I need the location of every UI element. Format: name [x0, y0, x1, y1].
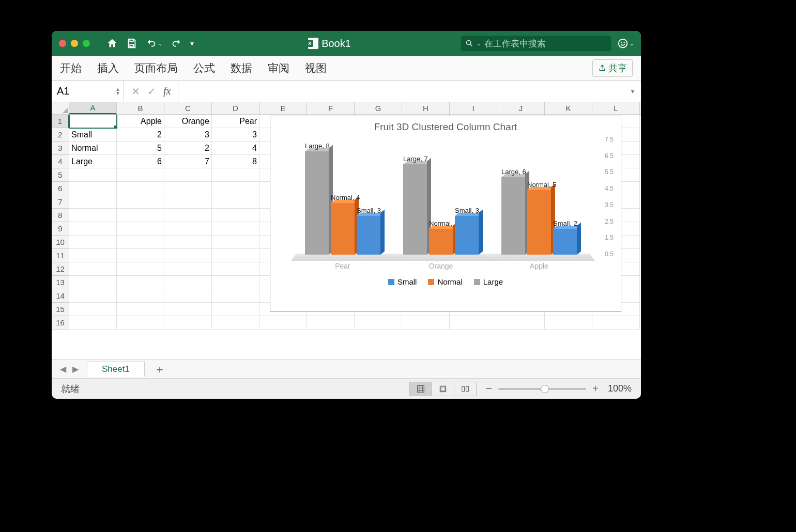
cell-D4[interactable]: 8	[212, 155, 259, 168]
tab-page-layout[interactable]: 页面布局	[134, 61, 178, 75]
col-header-D[interactable]: D	[212, 102, 259, 114]
cell-I16[interactable]	[450, 316, 497, 330]
cell-C9[interactable]	[164, 222, 212, 236]
col-header-L[interactable]: L	[592, 102, 640, 114]
cell-D7[interactable]	[212, 195, 259, 209]
page-break-view-button[interactable]	[454, 382, 477, 396]
cell-B12[interactable]	[117, 262, 164, 276]
row-header-5[interactable]: 5	[52, 168, 69, 182]
cell-A16[interactable]	[69, 316, 117, 330]
cell-B2[interactable]: 2	[117, 128, 164, 142]
cell-A7[interactable]	[69, 195, 117, 209]
col-header-A[interactable]: A	[69, 102, 117, 114]
col-header-F[interactable]: F	[307, 102, 355, 114]
search-input[interactable]: ⌄ 在工作表中搜索	[461, 36, 611, 51]
cell-A3[interactable]: Normal	[69, 142, 117, 155]
col-header-K[interactable]: K	[545, 102, 592, 114]
cell-C4[interactable]: 7	[164, 155, 212, 168]
cell-D5[interactable]	[212, 168, 259, 182]
fullscreen-window-button[interactable]	[83, 40, 90, 47]
col-header-I[interactable]: I	[450, 102, 497, 114]
tab-formulas[interactable]: 公式	[193, 61, 215, 75]
redo-icon[interactable]	[171, 38, 182, 49]
cell-C10[interactable]	[164, 236, 212, 249]
cell-C5[interactable]	[164, 168, 212, 182]
add-sheet-button[interactable]: ＋	[154, 362, 165, 377]
cell-B9[interactable]	[117, 222, 164, 236]
cell-A14[interactable]	[69, 289, 117, 303]
cell-D1[interactable]: Pear	[212, 115, 259, 128]
tab-data[interactable]: 数据	[231, 61, 252, 75]
row-header-15[interactable]: 15	[52, 303, 69, 316]
cell-D16[interactable]	[212, 316, 259, 330]
cell-C1[interactable]: Orange	[164, 115, 212, 128]
cell-C11[interactable]	[164, 249, 212, 262]
accept-formula-icon[interactable]: ✓	[147, 85, 156, 98]
cell-D8[interactable]	[212, 209, 259, 222]
cell-A4[interactable]: Large	[69, 155, 117, 168]
row-header-8[interactable]: 8	[52, 209, 69, 222]
tab-review[interactable]: 审阅	[268, 61, 289, 75]
cell-C12[interactable]	[164, 262, 212, 276]
expand-formula-icon[interactable]: ▼	[630, 88, 636, 95]
fx-icon[interactable]: fx	[163, 85, 171, 97]
close-window-button[interactable]	[59, 40, 66, 47]
cell-A2[interactable]: Small	[69, 128, 117, 142]
tab-home[interactable]: 开始	[60, 61, 82, 75]
row-header-1[interactable]: 1	[52, 115, 69, 128]
tab-insert[interactable]: 插入	[97, 61, 119, 75]
row-header-7[interactable]: 7	[52, 195, 69, 209]
home-icon[interactable]	[106, 38, 118, 49]
cell-D15[interactable]	[212, 303, 259, 316]
cell-G16[interactable]	[355, 316, 402, 330]
row-header-16[interactable]: 16	[52, 316, 69, 330]
cell-B1[interactable]: Apple	[117, 115, 164, 128]
cell-C2[interactable]: 3	[164, 128, 212, 142]
row-header-6[interactable]: 6	[52, 182, 69, 195]
cell-B8[interactable]	[117, 209, 164, 222]
cell-B15[interactable]	[117, 303, 164, 316]
cell-B10[interactable]	[117, 236, 164, 249]
row-header-13[interactable]: 13	[52, 276, 69, 289]
row-header-11[interactable]: 11	[52, 249, 69, 262]
row-header-2[interactable]: 2	[52, 128, 69, 142]
cell-A10[interactable]	[69, 236, 117, 249]
col-header-E[interactable]: E	[259, 102, 307, 114]
customize-qat-icon[interactable]: ▾	[190, 39, 194, 48]
save-icon[interactable]	[126, 38, 137, 49]
row-header-4[interactable]: 4	[52, 155, 69, 168]
zoom-out-button[interactable]: −	[485, 383, 493, 395]
cell-A13[interactable]	[69, 276, 117, 289]
row-header-10[interactable]: 10	[52, 236, 69, 249]
page-layout-view-button[interactable]	[432, 382, 454, 396]
cell-A1[interactable]	[69, 115, 117, 128]
normal-view-button[interactable]	[409, 382, 432, 396]
cell-B14[interactable]	[117, 289, 164, 303]
cell-C13[interactable]	[164, 276, 212, 289]
cell-C15[interactable]	[164, 303, 212, 316]
col-header-H[interactable]: H	[402, 102, 450, 114]
feedback-icon[interactable]: ⌄	[617, 38, 634, 49]
col-header-J[interactable]: J	[497, 102, 545, 114]
undo-icon[interactable]: ⌄	[146, 38, 162, 49]
cell-D11[interactable]	[212, 249, 259, 262]
cell-C7[interactable]	[164, 195, 212, 209]
cell-D2[interactable]: 3	[212, 128, 259, 142]
namebox-spinner[interactable]: ▲▼	[115, 87, 120, 96]
row-header-14[interactable]: 14	[52, 289, 69, 303]
cell-C14[interactable]	[164, 289, 212, 303]
zoom-knob[interactable]	[541, 385, 549, 393]
name-box[interactable]: A1 ▲▼	[52, 81, 124, 102]
cell-B7[interactable]	[117, 195, 164, 209]
cancel-formula-icon[interactable]: ✕	[131, 85, 140, 98]
cell-C3[interactable]: 2	[164, 142, 212, 155]
cell-B16[interactable]	[117, 316, 164, 330]
chevron-down-icon[interactable]: ⌄	[158, 41, 162, 46]
cell-A6[interactable]	[69, 182, 117, 195]
cell-A12[interactable]	[69, 262, 117, 276]
cell-E16[interactable]	[259, 316, 307, 330]
tab-view[interactable]: 视图	[305, 61, 327, 75]
col-header-B[interactable]: B	[117, 102, 164, 114]
row-header-12[interactable]: 12	[52, 262, 69, 276]
cell-D6[interactable]	[212, 182, 259, 195]
